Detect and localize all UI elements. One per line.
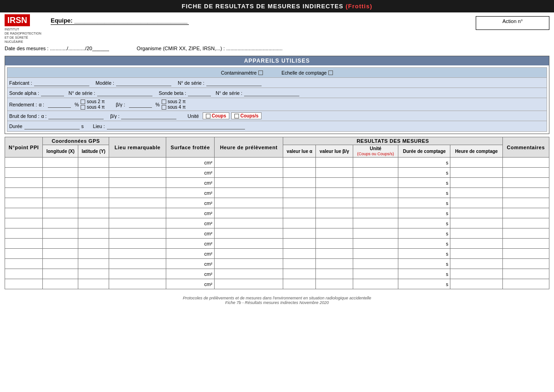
td-longitude: [43, 198, 78, 208]
td-longitude: [43, 228, 78, 239]
coups-cb[interactable]: [206, 114, 210, 118]
bruit-alpha-value[interactable]: [48, 113, 104, 119]
td-surface: cm²: [166, 178, 214, 188]
td-latitude: [78, 269, 109, 279]
td-duree: s: [398, 259, 450, 269]
sonde-beta-label: Sonde beta :: [159, 90, 187, 96]
td-duree: s: [398, 168, 450, 178]
logo-line1: INSTITUT: [5, 27, 41, 31]
td-unite: [353, 228, 398, 239]
td-lieu: [109, 168, 166, 178]
td-latitude: [78, 198, 109, 208]
td-valeur-alpha: [283, 259, 316, 269]
coups-button[interactable]: Coups: [203, 112, 229, 119]
td-heure-prel: [214, 228, 283, 239]
td-valeur-beta: [316, 228, 353, 239]
sonde-alpha-value[interactable]: [41, 90, 64, 96]
td-longitude: [43, 178, 78, 188]
page-subtitle: (Frottis): [345, 3, 372, 10]
th-surface: Surface frottée: [166, 137, 214, 158]
td-valeur-beta: [316, 178, 353, 188]
modele-label: Modèle :: [96, 80, 114, 86]
td-unite: [353, 208, 398, 218]
no-serie-alpha-value[interactable]: [97, 90, 152, 96]
alpha-rend-value[interactable]: [48, 101, 71, 108]
td-duree: s: [398, 158, 450, 168]
no-serie-value[interactable]: [206, 80, 262, 86]
td-heure-prel: [214, 168, 283, 178]
td-valeur-beta: [316, 168, 353, 178]
td-valeur-alpha: [283, 239, 316, 249]
action-box: Action n°: [476, 16, 549, 30]
footer-line2: Fiche 7b - Résultats mesures Indirectes …: [0, 300, 554, 305]
td-longitude: [43, 168, 78, 178]
pct2-label: %: [156, 102, 160, 107]
app-row-instruments: Contaminamètre Echelle de comptage: [7, 68, 547, 78]
td-heure-prel: [214, 158, 283, 168]
td-heure-prel: [214, 188, 283, 198]
td-unite: [353, 218, 398, 228]
td-commentaires: [502, 269, 549, 279]
td-valeur-beta: [316, 188, 353, 198]
results-table: N°point PPI Coordonnées GPS Lieu remarqu…: [5, 137, 549, 289]
contaminametre-checkbox[interactable]: [258, 70, 263, 75]
sous2pi-alpha-cb[interactable]: [81, 99, 85, 104]
duree-label: Durée: [9, 123, 23, 129]
td-duree: s: [398, 188, 450, 198]
duree-value[interactable]: [24, 123, 80, 129]
th-latitude: latitude (Y): [78, 145, 109, 158]
td-commentaires: [502, 239, 549, 249]
td-commentaires: [502, 279, 549, 289]
no-serie-alpha-label: N° de série :: [69, 90, 95, 96]
appareils-inner: Contaminamètre Echelle de comptage Fabri…: [7, 67, 547, 132]
td-valeur-beta: [316, 208, 353, 218]
sous4pi-beta-label: sous 4 π: [168, 105, 186, 110]
lieu-value[interactable]: [107, 123, 245, 129]
bruit-beta-value[interactable]: [121, 113, 176, 119]
beta-rend-value[interactable]: [129, 101, 152, 108]
pct-label: %: [75, 102, 79, 107]
sous4pi-alpha-cb[interactable]: [81, 105, 85, 110]
th-resultats-main: RESULTATS DES MESURES: [283, 137, 502, 145]
td-npoint: [5, 168, 43, 178]
table-row: cm² s: [5, 188, 549, 198]
table-section: N°point PPI Coordonnées GPS Lieu remarqu…: [5, 137, 549, 289]
table-body: cm² s cm² s: [5, 158, 549, 289]
contaminametre-label: Contaminamètre: [221, 70, 257, 76]
bruit-beta-label: β/γ :: [110, 113, 119, 119]
td-npoint: [5, 228, 43, 239]
td-lieu: [109, 259, 166, 269]
sous2pi-beta-cb[interactable]: [162, 99, 166, 104]
coupss-cb[interactable]: [234, 114, 239, 118]
sous4pi-beta-cb[interactable]: [162, 105, 166, 110]
td-npoint: [5, 259, 43, 269]
td-latitude: [78, 188, 109, 198]
fabricant-value[interactable]: [34, 80, 89, 86]
td-surface: cm²: [166, 269, 214, 279]
th-unite-sub: (Coups ou Coups/s): [357, 152, 394, 156]
no-serie-beta-value[interactable]: [244, 90, 299, 96]
th-npoint: N°point PPI: [5, 137, 43, 158]
echelle-checkbox[interactable]: [328, 70, 333, 75]
td-heure-comp: [450, 239, 502, 249]
td-unite: [353, 188, 398, 198]
td-duree: s: [398, 239, 450, 249]
td-surface: cm²: [166, 279, 214, 289]
td-longitude: [43, 188, 78, 198]
modele-value[interactable]: [116, 80, 171, 86]
coupss-button[interactable]: Coups/s: [231, 112, 262, 119]
td-commentaires: [502, 188, 549, 198]
td-longitude: [43, 239, 78, 249]
td-commentaires: [502, 198, 549, 208]
sonde-beta-value[interactable]: [188, 90, 211, 96]
td-longitude: [43, 218, 78, 228]
td-latitude: [78, 239, 109, 249]
table-row: cm² s: [5, 239, 549, 249]
logo-text: IRSN: [5, 14, 30, 26]
td-latitude: [78, 259, 109, 269]
td-duree: s: [398, 249, 450, 259]
td-valeur-alpha: [283, 198, 316, 208]
td-commentaires: [502, 259, 549, 269]
th-longitude: longitude (X): [43, 145, 78, 158]
td-heure-prel: [214, 259, 283, 269]
